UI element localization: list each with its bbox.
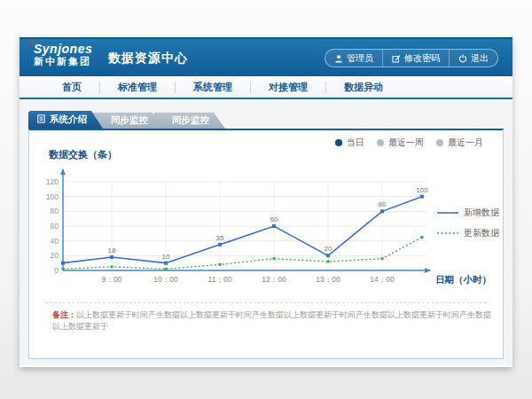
logout-button[interactable]: 退出 <box>449 50 497 66</box>
date-range-filters: 当日 最近一周 最近一月 <box>335 137 483 149</box>
page-title: 数据资源中心 <box>108 39 188 78</box>
svg-text:120: 120 <box>46 177 59 186</box>
svg-text:10: 10 <box>162 253 170 261</box>
svg-text:11：00: 11：00 <box>208 275 232 284</box>
svg-text:9：00: 9：00 <box>102 275 122 284</box>
chart-panel: 当日 最近一周 最近一月 数据交换（条） 0204060801001209：00… <box>28 129 504 359</box>
app-window: Synjones 新中新集团 数据资源中心 管理员 修改密码 退出 <box>20 37 512 367</box>
tab-system-intro[interactable]: 系统介绍 <box>28 111 103 129</box>
logo-red-dot <box>30 41 34 44</box>
nav-item-data-change[interactable]: 数据异动 <box>326 81 401 94</box>
legend-item-update-data: 更新数据 <box>437 227 499 239</box>
admin-user-button[interactable]: 管理员 <box>325 50 382 66</box>
nav-item-docking-mgmt[interactable]: 对接管理 <box>251 81 325 94</box>
change-password-button[interactable]: 修改密码 <box>382 50 449 66</box>
svg-text:12：00: 12：00 <box>262 275 286 284</box>
change-password-label: 修改密码 <box>404 52 440 65</box>
filter-last-week-label: 最近一周 <box>388 137 424 149</box>
chart-legend: 新增数据 更新数据 <box>437 207 499 239</box>
svg-text:35: 35 <box>216 234 224 242</box>
legend-label: 新增数据 <box>464 207 499 219</box>
tab-label: 系统介绍 <box>50 113 87 126</box>
footnote-text: 以上数据更新于时间产生数据以上数据更新于时间产生数据以上数据更新于时间产生数据以… <box>52 310 491 331</box>
logo-text-en: Synjones <box>34 43 92 56</box>
svg-text:14：00: 14：00 <box>370 275 395 284</box>
svg-text:80: 80 <box>51 207 59 215</box>
svg-text:20: 20 <box>51 251 59 260</box>
svg-text:0: 0 <box>54 266 59 275</box>
note-divider <box>45 302 487 303</box>
tab-sync-monitor-2[interactable]: 同步监控 <box>154 113 225 129</box>
power-icon <box>458 54 467 63</box>
tab-bar: 系统介绍 同步监控 同步监控 <box>28 111 225 129</box>
header: Synjones 新中新集团 数据资源中心 管理员 修改密码 退出 <box>20 37 512 76</box>
radio-icon[interactable] <box>377 139 384 146</box>
user-actions: 管理员 修改密码 退出 <box>325 49 498 67</box>
logo-text-cn: 新中新集团 <box>34 56 92 66</box>
tab-sync-monitor-1[interactable]: 同步监控 <box>93 113 164 129</box>
tab-label: 同步监控 <box>111 114 148 127</box>
main-nav: 首页 标准管理 系统管理 对接管理 数据异动 <box>20 76 512 99</box>
tab-label: 同步监控 <box>172 114 209 127</box>
nav-item-system-mgmt[interactable]: 系统管理 <box>176 81 250 94</box>
filter-last-week[interactable]: 最近一周 <box>377 137 424 149</box>
svg-text:10：00: 10：00 <box>153 275 178 284</box>
svg-text:60: 60 <box>51 222 59 231</box>
svg-text:18: 18 <box>108 246 116 254</box>
nav-item-home[interactable]: 首页 <box>44 81 99 94</box>
footnote: 备注：以上数据更新于时间产生数据以上数据更新于时间产生数据以上数据更新于时间产生… <box>52 309 496 332</box>
svg-text:40: 40 <box>51 237 59 246</box>
svg-text:80: 80 <box>379 200 387 208</box>
logout-label: 退出 <box>471 52 489 65</box>
user-icon <box>334 54 343 63</box>
radio-icon[interactable] <box>436 139 443 146</box>
logo: Synjones 新中新集团 <box>34 43 92 66</box>
svg-text:60: 60 <box>270 215 278 223</box>
footnote-prefix: 备注： <box>52 310 76 319</box>
svg-text:100: 100 <box>416 186 428 194</box>
svg-text:日期（小时）: 日期（小时） <box>435 274 491 286</box>
content-area: 系统介绍 同步监控 同步监控 当日 最近一周 <box>20 99 512 365</box>
y-axis-title: 数据交换（条） <box>49 148 117 161</box>
svg-text:20: 20 <box>325 245 332 253</box>
legend-label: 更新数据 <box>464 227 499 239</box>
edit-icon <box>392 54 401 63</box>
filter-last-month[interactable]: 最近一月 <box>436 137 483 149</box>
svg-text:100: 100 <box>46 192 59 201</box>
document-icon <box>37 114 45 125</box>
filter-today-label: 当日 <box>347 137 364 149</box>
filter-last-month-label: 最近一月 <box>448 137 483 149</box>
filter-today[interactable]: 当日 <box>335 137 364 149</box>
svg-text:13：00: 13：00 <box>316 275 340 284</box>
legend-item-new-data: 新增数据 <box>437 207 499 219</box>
nav-item-standard-mgmt[interactable]: 标准管理 <box>100 81 175 94</box>
admin-user-label: 管理员 <box>347 52 373 65</box>
radio-icon[interactable] <box>335 139 342 146</box>
